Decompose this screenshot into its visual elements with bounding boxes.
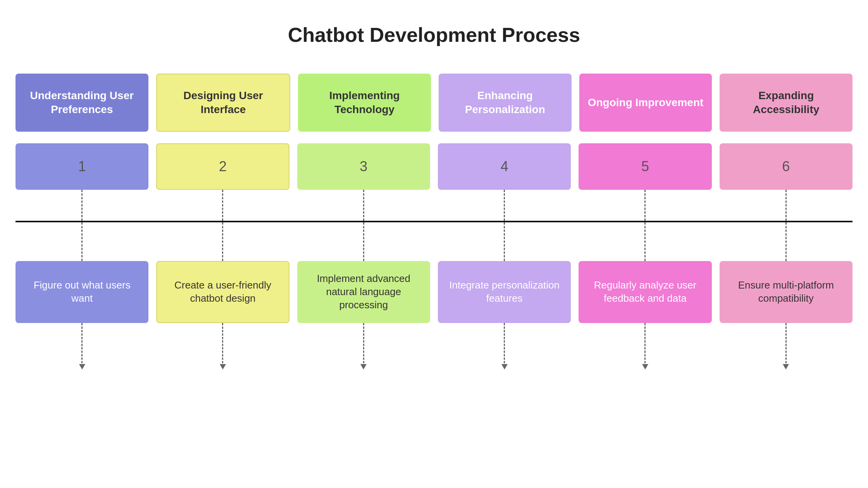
desc-box-5: Regularly analyze user feedback and data <box>579 261 711 323</box>
below-connector-2 <box>156 222 289 261</box>
number-5: 5 <box>579 143 711 190</box>
below-connector-3 <box>297 222 430 261</box>
bottom-arrow-2 <box>156 323 289 369</box>
bottom-arrow-5 <box>579 323 711 369</box>
desc-3: Implement advanced natural language proc… <box>297 261 430 323</box>
number-box-6: 6 <box>720 143 852 190</box>
phase-label-6: Expanding Accessibility <box>720 74 852 132</box>
number-box-1: 1 <box>16 143 148 190</box>
below-connector-5 <box>579 222 711 261</box>
number-row: 123456 <box>16 143 852 190</box>
arrow-head-2 <box>220 364 226 369</box>
desc-box-4: Integrate personalization features <box>438 261 571 323</box>
desc-4: Integrate personalization features <box>438 261 571 323</box>
upper-connector-5 <box>579 190 711 221</box>
upper-connector-2 <box>156 190 289 221</box>
arrow-head-4 <box>501 364 508 369</box>
desc-row: Figure out what users wantCreate a user-… <box>16 261 852 323</box>
bottom-arrow-3 <box>297 323 430 369</box>
phase-label-5: Ongoing Improvement <box>579 74 712 132</box>
desc-2: Create a user-friendly chatbot design <box>156 261 289 323</box>
upper-connector-3 <box>297 190 430 221</box>
bottom-arrow-6 <box>720 323 852 369</box>
number-4: 4 <box>438 143 571 190</box>
bottom-dashes <box>16 323 852 369</box>
bottom-arrow-4 <box>438 323 571 369</box>
diagram: Understanding User PreferencesDesigning … <box>16 74 852 369</box>
phase-label-2: Designing User Interface <box>156 74 291 132</box>
number-6: 6 <box>720 143 852 190</box>
phase-label-3: Implementing Technology <box>298 74 431 132</box>
number-box-3: 3 <box>297 143 430 190</box>
arrow-head-3 <box>360 364 367 369</box>
below-connector-1 <box>16 222 148 261</box>
page-title: Chatbot Development Process <box>288 23 580 46</box>
upper-connectors <box>16 190 852 221</box>
phase-labels-row: Understanding User PreferencesDesigning … <box>16 74 852 132</box>
arrow-head-6 <box>783 364 789 369</box>
desc-5: Regularly analyze user feedback and data <box>579 261 711 323</box>
desc-box-3: Implement advanced natural language proc… <box>297 261 430 323</box>
below-timeline <box>16 222 852 261</box>
desc-box-6: Ensure multi-platform compatibility <box>720 261 852 323</box>
arrow-head-1 <box>79 364 85 369</box>
desc-box-2: Create a user-friendly chatbot design <box>156 261 289 323</box>
number-3: 3 <box>297 143 430 190</box>
number-box-4: 4 <box>438 143 571 190</box>
desc-box-1: Figure out what users want <box>16 261 148 323</box>
arrow-head-5 <box>642 364 648 369</box>
upper-connector-4 <box>438 190 571 221</box>
desc-6: Ensure multi-platform compatibility <box>720 261 852 323</box>
desc-1: Figure out what users want <box>16 261 148 323</box>
phase-label-4: Enhancing Personalization <box>439 74 572 132</box>
number-box-2: 2 <box>156 143 289 190</box>
upper-connector-1 <box>16 190 148 221</box>
number-1: 1 <box>16 143 148 190</box>
bottom-arrow-1 <box>16 323 148 369</box>
upper-connector-6 <box>720 190 852 221</box>
number-2: 2 <box>156 143 289 190</box>
below-connector-6 <box>720 222 852 261</box>
phase-label-1: Understanding User Preferences <box>16 74 148 132</box>
number-box-5: 5 <box>579 143 711 190</box>
below-connector-4 <box>438 222 571 261</box>
